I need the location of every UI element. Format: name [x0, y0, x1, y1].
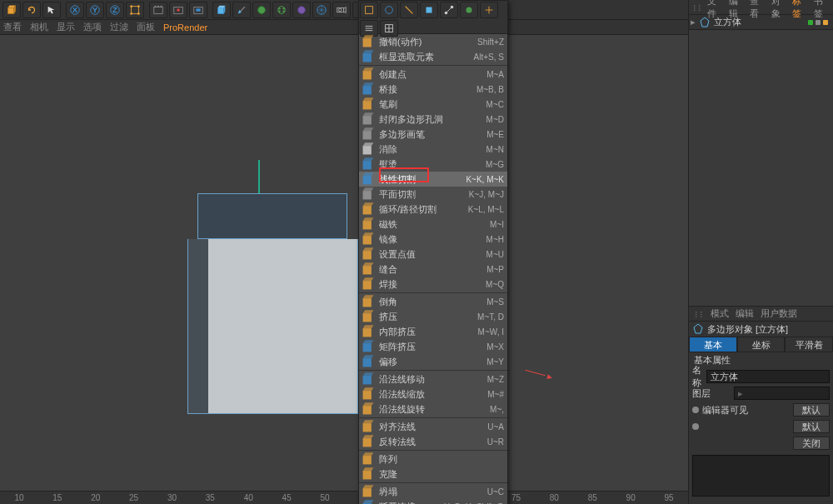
- default-button-1[interactable]: 默认: [793, 403, 830, 417]
- attr-tab-phong[interactable]: 平滑着: [785, 337, 833, 352]
- cm-item-label: 克隆: [379, 468, 497, 481]
- cm-item-shortcut: K~L, M~L: [468, 205, 504, 214]
- tool-z-icon[interactable]: Z: [106, 2, 124, 18]
- tool-box-icon[interactable]: [126, 2, 144, 18]
- cm-item-label: 撤销(动作): [379, 36, 471, 48]
- cm-item-shortcut: M~H: [486, 235, 504, 244]
- cm-top-4-icon[interactable]: [420, 2, 438, 18]
- name-field[interactable]: [706, 370, 830, 383]
- attr-tab-mode[interactable]: 模式: [711, 307, 729, 320]
- tool-select-icon[interactable]: [42, 2, 61, 18]
- attr-tab-userdata[interactable]: 用户数据: [761, 307, 797, 320]
- tool-cube-icon[interactable]: [2, 2, 21, 18]
- cm-item-6[interactable]: 多边形画笔M~E: [359, 127, 507, 142]
- cm-item-icon: [361, 83, 376, 95]
- menu-camera[interactable]: 相机: [30, 21, 48, 33]
- svg-rect-13: [155, 5, 157, 7]
- tool-render3-icon[interactable]: [189, 2, 207, 18]
- cm-top-2-icon[interactable]: [380, 2, 398, 18]
- cm-item-26[interactable]: 反转法线U~R: [359, 434, 507, 449]
- cm-item-label: 线性切割: [379, 173, 459, 186]
- layer-field[interactable]: ▸: [734, 387, 830, 400]
- cm-item-30[interactable]: 断开连接U~D, U~Shift+D: [359, 499, 507, 504]
- cm-item-16[interactable]: 焊接M~Q: [359, 277, 507, 292]
- vis-dot[interactable]: [692, 407, 699, 413]
- cm-item-12[interactable]: 磁铁M~I: [359, 217, 507, 232]
- cm-item-shortcut: M~N: [486, 145, 504, 154]
- cm-item-29[interactable]: 坍塌U~C: [359, 484, 507, 499]
- ruler-tick-85: 85: [588, 493, 597, 502]
- cm-item-8[interactable]: 熨烫M~G: [359, 157, 507, 172]
- cm-item-17[interactable]: 倒角M~S: [359, 294, 507, 309]
- menu-panel[interactable]: 面板: [137, 21, 155, 33]
- cm-item-21[interactable]: 偏移M~Y: [359, 354, 507, 369]
- cm-top-6-icon[interactable]: [460, 2, 478, 18]
- attr-tab-edit[interactable]: 编辑: [736, 307, 754, 320]
- cm-item-10[interactable]: 平面切割K~J, M~J: [359, 187, 507, 202]
- menu-display[interactable]: 显示: [57, 21, 75, 33]
- attr-section-title: 基本属性: [689, 352, 833, 368]
- svg-rect-49: [363, 176, 372, 184]
- tab-bookmarks[interactable]: 书签: [814, 0, 831, 20]
- close-button[interactable]: 关闭: [793, 437, 830, 450]
- attr-tab-coord[interactable]: 坐标: [737, 337, 786, 352]
- cube-object[interactable]: [187, 193, 354, 410]
- cm-item-22[interactable]: 沿法线移动M~Z: [359, 372, 507, 387]
- cm-item-27[interactable]: 阵列: [359, 452, 507, 467]
- cm-item-icon: [361, 421, 376, 432]
- tool-x-icon[interactable]: X: [66, 2, 84, 18]
- tool-brush-icon[interactable]: [232, 2, 251, 18]
- tool-y-icon[interactable]: Y: [86, 2, 104, 18]
- svg-rect-50: [363, 191, 372, 199]
- cm-item-5[interactable]: 封闭多边形孔洞M~D: [359, 112, 507, 127]
- cm-item-25[interactable]: 对齐法线U~A: [359, 419, 507, 434]
- cm-item-28[interactable]: 克隆: [359, 467, 507, 482]
- cm-item-9[interactable]: 线性切割K~K, M~K: [359, 172, 507, 187]
- tool-primitive-icon[interactable]: [212, 2, 231, 18]
- object-row-cube[interactable]: ▸ 立方体: [689, 15, 833, 30]
- cm-item-0[interactable]: 撤销(动作)Shift+Z: [359, 34, 507, 49]
- cm-item-4[interactable]: 笔刷M~C: [359, 97, 507, 112]
- cm-item-3[interactable]: 桥接M~B, B: [359, 82, 507, 97]
- tool-render1-icon[interactable]: [149, 2, 167, 18]
- cm-top-1-icon[interactable]: [360, 2, 378, 18]
- cm-item-23[interactable]: 沿法线缩放M~#: [359, 387, 507, 402]
- tool-camera-icon[interactable]: [332, 2, 351, 18]
- tool-render2-icon[interactable]: [169, 2, 187, 18]
- cm-item-13[interactable]: 镜像M~H: [359, 232, 507, 247]
- cm-item-11[interactable]: 循环/路径切割K~L, M~L: [359, 202, 507, 217]
- svg-rect-69: [363, 488, 372, 497]
- menu-prorender[interactable]: ProRender: [163, 22, 207, 32]
- svg-rect-66: [363, 438, 372, 447]
- cm-item-shortcut: M~T, D: [477, 312, 504, 322]
- tool-mesh-icon[interactable]: [252, 2, 271, 18]
- menu-options[interactable]: 选项: [83, 21, 102, 33]
- cm-item-18[interactable]: 挤压M~T, D: [359, 309, 507, 324]
- menu-filter[interactable]: 过滤: [110, 21, 128, 33]
- cm-item-14[interactable]: 设置点值M~U: [359, 247, 507, 262]
- cm-item-icon: [361, 128, 376, 140]
- cm-item-label: 框显选取元素: [379, 51, 467, 63]
- menu-view[interactable]: 查看: [3, 21, 22, 33]
- vis-dot-2[interactable]: [692, 423, 699, 430]
- tool-effect-icon[interactable]: [292, 2, 311, 18]
- tool-undo-icon[interactable]: [22, 2, 41, 18]
- cm-item-7[interactable]: 消除M~N: [359, 142, 507, 157]
- tool-grid-icon[interactable]: [312, 2, 331, 18]
- default-button-2[interactable]: 默认: [793, 420, 830, 433]
- attr-tab-basic[interactable]: 基本: [689, 337, 737, 352]
- cm-top-7-icon[interactable]: [480, 2, 498, 18]
- cm-item-label: 对齐法线: [379, 421, 481, 433]
- svg-rect-19: [196, 8, 200, 12]
- cm-item-1[interactable]: 框显选取元素Alt+S, S: [359, 49, 507, 64]
- cm-top-5-icon[interactable]: [440, 2, 458, 18]
- cm-item-19[interactable]: 内部挤压M~W, I: [359, 324, 507, 339]
- expand-icon[interactable]: ▸: [691, 17, 699, 27]
- cm-item-20[interactable]: 矩阵挤压M~X: [359, 339, 507, 354]
- tool-deform-icon[interactable]: [272, 2, 291, 18]
- cm-item-15[interactable]: 缝合M~P: [359, 262, 507, 277]
- cm-top-3-icon[interactable]: [400, 2, 418, 18]
- cm-item-24[interactable]: 沿法线旋转M~,: [359, 402, 507, 417]
- cm-item-shortcut: M~Z: [487, 375, 504, 384]
- cm-item-2[interactable]: 创建点M~A: [359, 67, 507, 82]
